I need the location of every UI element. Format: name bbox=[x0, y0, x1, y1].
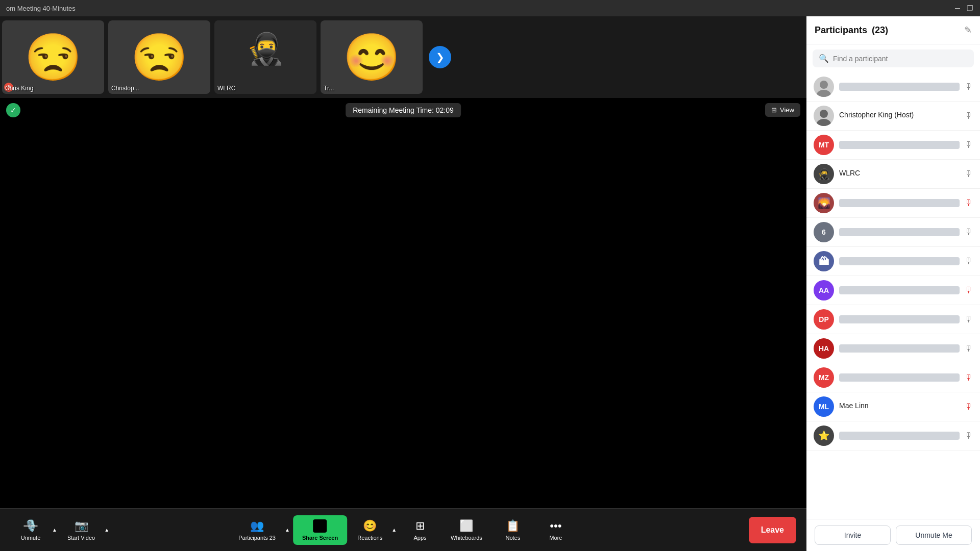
participant-avatar-dp: DP bbox=[814, 309, 834, 330]
svg-point-1 bbox=[817, 90, 831, 97]
start-video-button[interactable]: 📷 Start Video bbox=[59, 516, 103, 544]
participant-mic-christopher: 🎙 bbox=[965, 111, 973, 120]
participant-item: 🎙 bbox=[806, 72, 980, 102]
thumbnail-bg-4: 😊 bbox=[321, 20, 423, 94]
participant-item-aa: AA 🎙 bbox=[806, 276, 980, 305]
p4-label: Tr... bbox=[324, 85, 334, 92]
participant-mic-p5: 🎙 bbox=[965, 198, 973, 208]
participant-name-p5 bbox=[839, 199, 960, 207]
participant-mic-mz: 🎙 bbox=[965, 373, 973, 382]
restore-button[interactable]: ❐ bbox=[966, 4, 974, 12]
more-button[interactable]: ••• More bbox=[535, 516, 576, 544]
toolbar-center: 👥 Participants 23 ▲ ⬆ Share Screen 😊 bbox=[230, 515, 576, 545]
participant-item-p5: 🌄 🎙 bbox=[806, 189, 980, 218]
participant-item-mt: MT 🎙 bbox=[806, 131, 980, 160]
thumbnails-strip: 😒 🎙 Chris King 😒 Christop... 🥷 bbox=[0, 16, 806, 98]
svg-point-3 bbox=[817, 119, 831, 126]
share-screen-button[interactable]: ⬆ Share Screen bbox=[293, 515, 347, 545]
christop-emoji: 😒 bbox=[131, 31, 188, 84]
participant-avatar-mt: MT bbox=[814, 135, 834, 155]
reactions-caret[interactable]: ▲ bbox=[390, 525, 398, 535]
participant-avatar-aa: AA bbox=[814, 280, 834, 300]
unmute-me-button[interactable]: Unmute Me bbox=[896, 525, 972, 545]
svg-point-0 bbox=[820, 81, 828, 89]
participant-item-6: 6 🎙 bbox=[806, 218, 980, 247]
panel-edit-button[interactable]: ✎ bbox=[964, 24, 972, 36]
thumbnail-bg-2: 😒 bbox=[108, 20, 210, 94]
participant-item-ml: ML Mae Linn 🎙 bbox=[806, 392, 980, 421]
unmute-button[interactable]: 🎙️ Unmute bbox=[10, 516, 51, 544]
participant-name-dp bbox=[839, 315, 960, 323]
toolbar: 🎙️ Unmute ▲ 📷 Start Video ▲ bbox=[0, 508, 806, 551]
participant-avatar-christopher bbox=[814, 106, 834, 126]
share-screen-icon: ⬆ bbox=[313, 519, 327, 533]
next-thumbnail-arrow[interactable]: ❯ bbox=[429, 46, 451, 68]
participants-icon: 👥 bbox=[250, 519, 264, 533]
unmute-caret[interactable]: ▲ bbox=[51, 525, 58, 535]
participant-avatar-ml: ML bbox=[814, 396, 834, 417]
participant-name-blurred bbox=[839, 83, 960, 91]
security-icon[interactable]: ✓ bbox=[6, 103, 20, 117]
whiteboards-button[interactable]: ⬜ Whiteboards bbox=[443, 516, 491, 544]
thumbnail-chris-king[interactable]: 😒 🎙 Chris King bbox=[2, 20, 104, 94]
participant-name-6 bbox=[839, 228, 960, 236]
p4-emoji: 😊 bbox=[343, 31, 400, 84]
participant-item-p7: 🏔 🎙 bbox=[806, 247, 980, 276]
minimize-button[interactable]: ─ bbox=[953, 4, 962, 12]
participant-name-aa bbox=[839, 286, 960, 294]
thumbnail-p4[interactable]: 😊 Tr... bbox=[321, 20, 423, 94]
thumbnail-christop[interactable]: 😒 Christop... bbox=[108, 20, 210, 94]
participant-mic-icon: 🎙 bbox=[965, 82, 973, 91]
participant-mic-p7: 🎙 bbox=[965, 257, 973, 266]
more-icon: ••• bbox=[550, 519, 561, 533]
main-video-display bbox=[0, 98, 806, 508]
search-icon: 🔍 bbox=[819, 54, 829, 63]
participant-item-ha: HA 🎙 bbox=[806, 334, 980, 363]
search-input[interactable] bbox=[833, 55, 968, 63]
search-box: 🔍 bbox=[813, 49, 974, 67]
title-bar: om Meeting 40-Minutes ─ ❐ bbox=[0, 0, 980, 16]
participant-mic-mt: 🎙 bbox=[965, 140, 973, 149]
title-bar-title: om Meeting 40-Minutes bbox=[6, 5, 76, 12]
participant-name-ha bbox=[839, 344, 960, 353]
participants-list: 🎙 Christopher King (Host) 🎙 MT 🎙 🥷 WLRC bbox=[806, 72, 980, 519]
start-video-caret[interactable]: ▲ bbox=[103, 525, 110, 535]
main-content: 😒 🎙 Chris King 😒 Christop... 🥷 bbox=[0, 16, 980, 551]
participant-avatar-ha: HA bbox=[814, 338, 834, 359]
panel-header: Participants (23) ✎ bbox=[806, 16, 980, 44]
participant-avatar-p13: ⭐ bbox=[814, 425, 834, 446]
participants-panel: Participants (23) ✎ 🔍 🎙 bbox=[806, 16, 980, 551]
thumbnail-wlrc[interactable]: 🥷 WLRC bbox=[214, 20, 316, 94]
thumbnail-bg-1: 😒 bbox=[2, 20, 104, 94]
participant-mic-aa: 🎙 bbox=[965, 286, 973, 295]
participant-mic-dp: 🎙 bbox=[965, 315, 973, 324]
participant-name-christopher: Christopher King (Host) bbox=[839, 111, 960, 121]
panel-footer: Invite Unmute Me bbox=[806, 519, 980, 551]
participant-mic-6: 🎙 bbox=[965, 228, 973, 237]
panel-title: Participants (23) bbox=[815, 25, 888, 36]
toolbar-left: 🎙️ Unmute ▲ 📷 Start Video ▲ bbox=[10, 516, 110, 544]
reactions-group: 😊 Reactions ▲ bbox=[349, 516, 398, 544]
participant-avatar-p5: 🌄 bbox=[814, 193, 834, 213]
reactions-button[interactable]: 😊 Reactions bbox=[349, 516, 390, 544]
reactions-icon: 😊 bbox=[363, 519, 377, 533]
view-button[interactable]: ⊞ View bbox=[765, 103, 800, 117]
leave-button[interactable]: Leave bbox=[749, 517, 796, 543]
participants-caret[interactable]: ▲ bbox=[284, 525, 291, 535]
unmute-icon: 🎙️ bbox=[24, 519, 38, 533]
notes-button[interactable]: 📋 Notes bbox=[493, 516, 533, 544]
participant-avatar-p7: 🏔 bbox=[814, 251, 834, 271]
chris-king-label: Chris King bbox=[5, 85, 33, 92]
participants-button[interactable]: 👥 Participants 23 bbox=[230, 516, 284, 544]
apps-button[interactable]: ⊞ Apps bbox=[400, 516, 440, 544]
chris-king-emoji: 😒 bbox=[24, 31, 82, 84]
participant-item-mz: MZ 🎙 bbox=[806, 363, 980, 392]
unmute-group: 🎙️ Unmute ▲ bbox=[10, 516, 58, 544]
participant-item-christopher: Christopher King (Host) 🎙 bbox=[806, 102, 980, 131]
participant-item-dp: DP 🎙 bbox=[806, 305, 980, 334]
participant-name-ml: Mae Linn bbox=[839, 402, 960, 412]
invite-button[interactable]: Invite bbox=[815, 525, 891, 545]
christop-label: Christop... bbox=[111, 85, 139, 92]
participant-name-mt bbox=[839, 141, 960, 149]
participant-avatar-wlrc: 🥷 bbox=[814, 164, 834, 184]
